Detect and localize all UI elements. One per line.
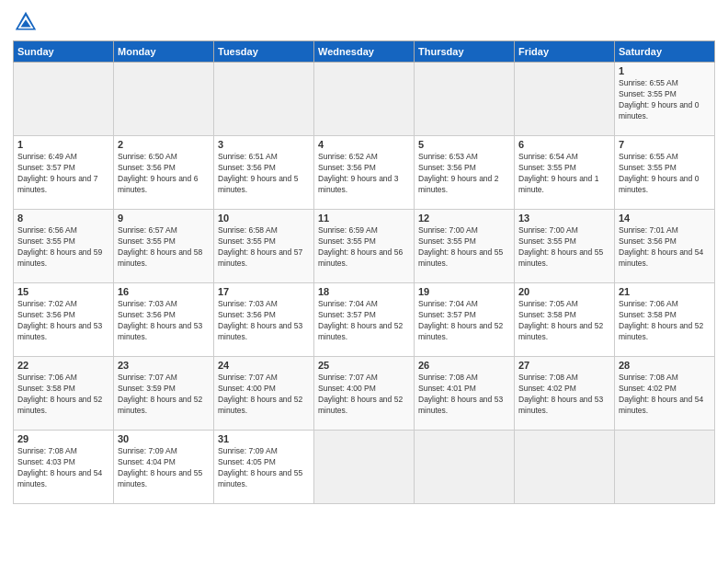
week-row-3: 15 Sunrise: 7:02 AMSunset: 3:56 PMDaylig… (14, 283, 715, 357)
day-info: Sunrise: 7:07 AMSunset: 4:00 PMDaylight:… (218, 373, 302, 415)
day-number: 4 (318, 139, 410, 150)
calendar-table: SundayMondayTuesdayWednesdayThursdayFrid… (13, 40, 715, 504)
day-number: 16 (118, 286, 210, 297)
day-cell (214, 63, 314, 136)
day-cell: 3 Sunrise: 6:51 AMSunset: 3:56 PMDayligh… (214, 136, 314, 210)
day-number: 14 (619, 213, 711, 224)
day-cell (515, 63, 615, 136)
day-info: Sunrise: 6:57 AMSunset: 3:55 PMDaylight:… (118, 225, 202, 268)
day-cell: 14 Sunrise: 7:01 AMSunset: 3:56 PMDaylig… (615, 210, 715, 283)
day-cell: 16 Sunrise: 7:03 AMSunset: 3:56 PMDaylig… (114, 283, 214, 357)
day-cell: 13 Sunrise: 7:00 AMSunset: 3:55 PMDaylig… (515, 210, 615, 283)
day-info: Sunrise: 7:02 AMSunset: 3:56 PMDaylight:… (17, 299, 102, 341)
column-header-thursday: Thursday (415, 41, 515, 63)
day-number: 7 (619, 139, 711, 150)
day-cell: 2 Sunrise: 6:50 AMSunset: 3:56 PMDayligh… (114, 136, 214, 210)
day-number: 21 (619, 286, 711, 297)
day-info: Sunrise: 7:01 AMSunset: 3:56 PMDaylight:… (619, 225, 703, 268)
column-header-monday: Monday (114, 41, 214, 63)
day-info: Sunrise: 7:07 AMSunset: 4:00 PMDaylight:… (318, 373, 403, 415)
day-cell: 26 Sunrise: 7:08 AMSunset: 4:01 PMDaylig… (415, 357, 515, 431)
day-number: 6 (518, 139, 610, 150)
day-info: Sunrise: 7:09 AMSunset: 4:04 PMDaylight:… (118, 446, 202, 488)
day-cell (14, 63, 114, 136)
day-cell (415, 63, 515, 136)
day-cell: 30 Sunrise: 7:09 AMSunset: 4:04 PMDaylig… (114, 431, 214, 504)
day-info: Sunrise: 7:04 AMSunset: 3:57 PMDaylight:… (418, 299, 503, 341)
day-info: Sunrise: 7:04 AMSunset: 3:57 PMDaylight:… (318, 299, 403, 341)
day-cell: 22 Sunrise: 7:06 AMSunset: 3:58 PMDaylig… (14, 357, 114, 431)
day-info: Sunrise: 7:03 AMSunset: 3:56 PMDaylight:… (218, 299, 302, 341)
day-cell: 1 Sunrise: 6:55 AMSunset: 3:55 PMDayligh… (615, 63, 715, 136)
day-cell: 19 Sunrise: 7:04 AMSunset: 3:57 PMDaylig… (415, 283, 515, 357)
day-cell: 15 Sunrise: 7:02 AMSunset: 3:56 PMDaylig… (14, 283, 114, 357)
day-number: 26 (418, 360, 510, 371)
day-cell: 24 Sunrise: 7:07 AMSunset: 4:00 PMDaylig… (214, 357, 314, 431)
day-cell: 18 Sunrise: 7:04 AMSunset: 3:57 PMDaylig… (314, 283, 415, 357)
day-cell (615, 431, 715, 504)
day-info: Sunrise: 6:54 AMSunset: 3:55 PMDaylight:… (518, 152, 598, 194)
day-info: Sunrise: 6:58 AMSunset: 3:55 PMDaylight:… (218, 225, 302, 268)
week-row-1: 1 Sunrise: 6:49 AMSunset: 3:57 PMDayligh… (14, 136, 715, 210)
day-info: Sunrise: 7:08 AMSunset: 4:03 PMDaylight:… (17, 446, 102, 488)
week-row-5: 29 Sunrise: 7:08 AMSunset: 4:03 PMDaylig… (14, 431, 715, 504)
day-cell: 28 Sunrise: 7:08 AMSunset: 4:02 PMDaylig… (615, 357, 715, 431)
day-cell: 12 Sunrise: 7:00 AMSunset: 3:55 PMDaylig… (415, 210, 515, 283)
day-info: Sunrise: 7:05 AMSunset: 3:58 PMDaylight:… (518, 299, 603, 341)
day-info: Sunrise: 6:49 AMSunset: 3:57 PMDaylight:… (17, 152, 97, 194)
day-number: 17 (218, 286, 310, 297)
day-number: 30 (118, 433, 210, 444)
day-number: 8 (17, 213, 109, 224)
day-cell (415, 431, 515, 504)
column-header-sunday: Sunday (14, 41, 114, 63)
day-number: 28 (619, 360, 711, 371)
day-info: Sunrise: 7:09 AMSunset: 4:05 PMDaylight:… (218, 446, 302, 488)
day-cell: 1 Sunrise: 6:49 AMSunset: 3:57 PMDayligh… (14, 136, 114, 210)
column-header-wednesday: Wednesday (314, 41, 415, 63)
day-info: Sunrise: 6:55 AMSunset: 3:55 PMDaylight:… (619, 78, 699, 121)
day-number: 19 (418, 286, 510, 297)
day-number: 23 (118, 360, 210, 371)
day-number: 1 (17, 139, 109, 150)
column-header-friday: Friday (515, 41, 615, 63)
day-info: Sunrise: 6:53 AMSunset: 3:56 PMDaylight:… (418, 152, 498, 194)
day-info: Sunrise: 7:07 AMSunset: 3:59 PMDaylight:… (118, 373, 202, 415)
week-row-0: 1 Sunrise: 6:55 AMSunset: 3:55 PMDayligh… (14, 63, 715, 136)
header-row: SundayMondayTuesdayWednesdayThursdayFrid… (14, 41, 715, 63)
day-info: Sunrise: 7:08 AMSunset: 4:01 PMDaylight:… (418, 373, 503, 415)
calendar-container: SundayMondayTuesdayWednesdayThursdayFrid… (0, 0, 728, 513)
day-number: 18 (318, 286, 410, 297)
day-number: 20 (518, 286, 610, 297)
day-info: Sunrise: 7:03 AMSunset: 3:56 PMDaylight:… (118, 299, 202, 341)
day-cell: 20 Sunrise: 7:05 AMSunset: 3:58 PMDaylig… (515, 283, 615, 357)
day-number: 11 (318, 213, 410, 224)
day-cell: 31 Sunrise: 7:09 AMSunset: 4:05 PMDaylig… (214, 431, 314, 504)
day-cell: 17 Sunrise: 7:03 AMSunset: 3:56 PMDaylig… (214, 283, 314, 357)
column-header-tuesday: Tuesday (214, 41, 314, 63)
day-number: 15 (17, 286, 109, 297)
column-header-saturday: Saturday (615, 41, 715, 63)
day-cell: 4 Sunrise: 6:52 AMSunset: 3:56 PMDayligh… (314, 136, 415, 210)
header (13, 9, 715, 35)
day-number: 13 (518, 213, 610, 224)
day-info: Sunrise: 7:08 AMSunset: 4:02 PMDaylight:… (619, 373, 703, 415)
day-cell: 8 Sunrise: 6:56 AMSunset: 3:55 PMDayligh… (14, 210, 114, 283)
day-number: 12 (418, 213, 510, 224)
logo (13, 9, 42, 35)
day-info: Sunrise: 7:08 AMSunset: 4:02 PMDaylight:… (518, 373, 603, 415)
day-number: 1 (619, 65, 711, 76)
logo-icon (13, 9, 39, 35)
day-number: 2 (118, 139, 210, 150)
day-number: 27 (518, 360, 610, 371)
day-cell (314, 431, 415, 504)
day-number: 24 (218, 360, 310, 371)
day-number: 29 (17, 433, 109, 444)
day-cell (114, 63, 214, 136)
day-cell: 6 Sunrise: 6:54 AMSunset: 3:55 PMDayligh… (515, 136, 615, 210)
day-cell: 5 Sunrise: 6:53 AMSunset: 3:56 PMDayligh… (415, 136, 515, 210)
day-cell (515, 431, 615, 504)
day-number: 31 (218, 433, 310, 444)
day-info: Sunrise: 7:00 AMSunset: 3:55 PMDaylight:… (418, 225, 503, 268)
day-info: Sunrise: 6:59 AMSunset: 3:55 PMDaylight:… (318, 225, 403, 268)
day-info: Sunrise: 7:06 AMSunset: 3:58 PMDaylight:… (619, 299, 703, 341)
